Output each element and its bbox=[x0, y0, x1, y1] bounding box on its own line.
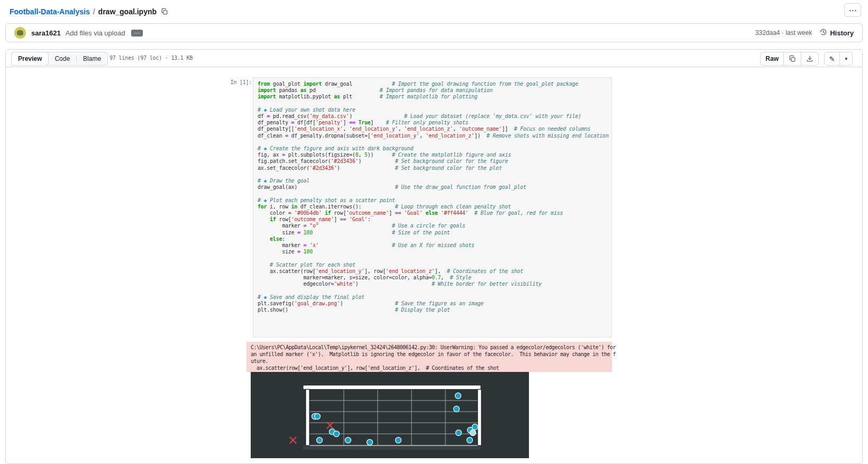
history-icon bbox=[819, 28, 827, 38]
edit-button-group: ✎ ▾ bbox=[824, 52, 853, 66]
latest-commit-bar: sara1621 Add files via upload ⋯ 332daa4 … bbox=[5, 23, 863, 42]
commit-message-expand-button[interactable]: ⋯ bbox=[131, 30, 143, 37]
raw-button-group: Raw bbox=[760, 52, 819, 66]
copy-file-icon[interactable] bbox=[783, 52, 801, 65]
view-switcher: Preview Code Blame bbox=[11, 52, 108, 66]
github-file-view: Football-Data-Analysis / draw_goal.ipynb… bbox=[0, 0, 868, 464]
copy-path-icon[interactable] bbox=[161, 8, 168, 15]
goal-plot-output-image bbox=[251, 372, 529, 458]
breadcrumb-separator: / bbox=[93, 7, 95, 16]
tab-blame[interactable]: Blame bbox=[77, 52, 107, 65]
commit-author[interactable]: sara1621 bbox=[31, 29, 61, 37]
avatar[interactable] bbox=[14, 27, 26, 39]
edit-pencil-icon[interactable]: ✎ bbox=[825, 52, 840, 65]
commit-message[interactable]: Add files via upload bbox=[66, 29, 125, 37]
raw-button[interactable]: Raw bbox=[761, 52, 783, 65]
breadcrumb: Football-Data-Analysis / draw_goal.ipynb bbox=[10, 5, 168, 18]
more-options-button[interactable]: ⋯ bbox=[844, 3, 861, 17]
tab-code[interactable]: Code bbox=[48, 52, 76, 65]
history-link[interactable]: History bbox=[819, 28, 854, 38]
warning-lines: C:\Users\PC\AppData\Local\Temp\ipykernel… bbox=[251, 344, 608, 371]
stderr-warning-output: C:\Users\PC\AppData\Local\Temp\ipykernel… bbox=[246, 342, 612, 372]
edit-dropdown-caret-icon[interactable]: ▾ bbox=[839, 52, 852, 65]
code-cell: from goal_plot import draw_goal # Import… bbox=[253, 77, 612, 338]
breadcrumb-repo-link[interactable]: Football-Data-Analysis bbox=[10, 7, 90, 16]
tab-preview[interactable]: Preview bbox=[11, 52, 49, 66]
history-label: History bbox=[830, 29, 854, 37]
file-header: Preview Code Blame 97 lines (97 loc) · 1… bbox=[6, 50, 862, 67]
code-lines: from goal_plot import draw_goal # Import… bbox=[258, 81, 607, 313]
download-icon[interactable] bbox=[801, 52, 818, 65]
breadcrumb-filename: draw_goal.ipynb bbox=[98, 7, 157, 16]
commit-sha-and-time[interactable]: 332daa4 · last week bbox=[755, 29, 812, 37]
file-stats: 97 lines (97 loc) · 13.1 KB bbox=[109, 55, 193, 61]
goal-plot-svg bbox=[251, 372, 529, 458]
cell-execution-prompt: In [1]: bbox=[209, 79, 252, 85]
